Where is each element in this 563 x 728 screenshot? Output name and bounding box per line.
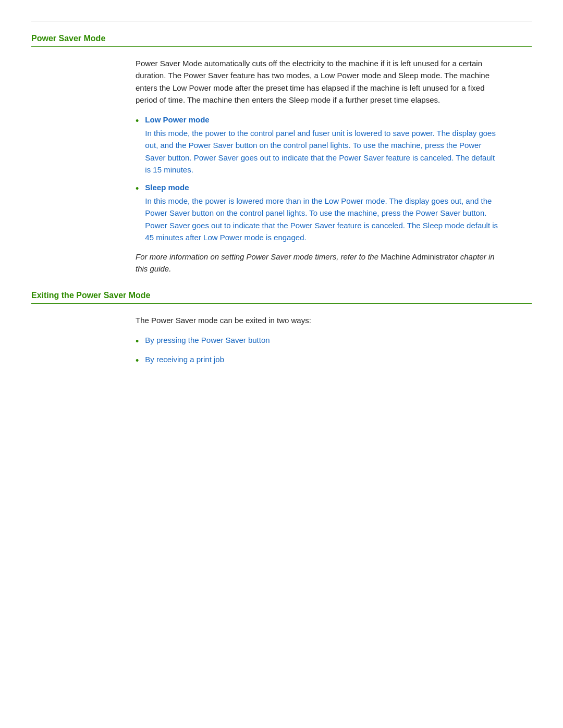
page-container: Power Saver Mode Power Saver Mode automa… bbox=[0, 21, 563, 728]
sleep-mode-label: Sleep mode bbox=[145, 183, 500, 192]
power-saver-bullet-list: • Low Power mode In this mode, the power… bbox=[136, 115, 500, 243]
section-heading-exiting: Exiting the Power Saver Mode bbox=[31, 291, 532, 300]
low-power-label: Low Power mode bbox=[145, 115, 500, 124]
low-power-description: In this mode, the power to the control p… bbox=[145, 127, 500, 176]
section-power-saver-mode: Power Saver Mode Power Saver Mode automa… bbox=[31, 34, 532, 275]
list-item: • Low Power mode In this mode, the power… bbox=[136, 115, 500, 176]
power-saver-intro: Power Saver Mode automatically cuts off … bbox=[136, 57, 500, 106]
list-item: • By pressing the Power Saver button bbox=[136, 336, 500, 348]
content-area: Power Saver Mode Power Saver Mode automa… bbox=[0, 34, 563, 367]
bullet-content-receive: By receiving a print job bbox=[145, 355, 500, 364]
note-normal-part: Machine Administrator bbox=[381, 252, 458, 261]
bullet-dot-icon: • bbox=[136, 183, 139, 195]
exiting-intro: The Power Saver mode can be exited in tw… bbox=[136, 314, 500, 326]
section-exiting-power-saver: Exiting the Power Saver Mode The Power S… bbox=[31, 291, 532, 367]
press-power-saver-link[interactable]: By pressing the Power Saver button bbox=[145, 336, 500, 344]
bullet-content-press: By pressing the Power Saver button bbox=[145, 336, 500, 344]
exiting-bullet-list: • By pressing the Power Saver button • B… bbox=[136, 336, 500, 367]
top-rule bbox=[31, 21, 532, 21]
list-item: • By receiving a print job bbox=[136, 355, 500, 367]
list-item: • Sleep mode In this mode, the power is … bbox=[136, 183, 500, 243]
section-rule-exiting bbox=[31, 303, 532, 304]
receive-print-job-link[interactable]: By receiving a print job bbox=[145, 355, 500, 364]
note-italic-part1: For more information on setting Power Sa… bbox=[136, 252, 378, 261]
bullet-dot-icon: • bbox=[136, 336, 139, 348]
bullet-dot-icon: • bbox=[136, 355, 139, 367]
power-saver-note: For more information on setting Power Sa… bbox=[136, 251, 500, 275]
bullet-content-low-power: Low Power mode In this mode, the power t… bbox=[145, 115, 500, 176]
bullet-dot-icon: • bbox=[136, 115, 139, 127]
section-rule-power-saver bbox=[31, 46, 532, 47]
section-heading-power-saver: Power Saver Mode bbox=[31, 34, 532, 43]
bullet-content-sleep: Sleep mode In this mode, the power is lo… bbox=[145, 183, 500, 243]
sleep-mode-description: In this mode, the power is lowered more … bbox=[145, 195, 500, 243]
